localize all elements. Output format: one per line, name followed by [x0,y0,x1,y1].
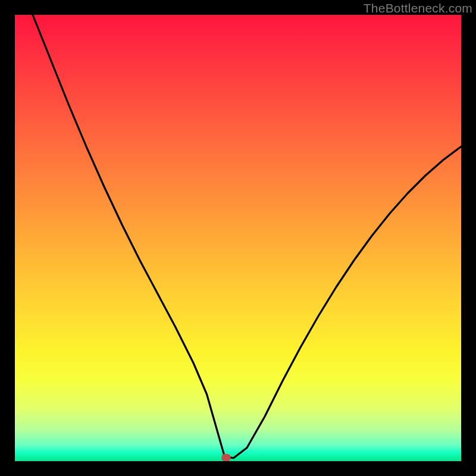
watermark-text: TheBottleneck.com [364,1,472,15]
bottleneck-curve [33,15,461,458]
plot-area [15,15,461,461]
chart-frame: TheBottleneck.com [0,0,476,476]
optimal-point-marker [221,454,230,461]
curve-svg [15,15,461,461]
